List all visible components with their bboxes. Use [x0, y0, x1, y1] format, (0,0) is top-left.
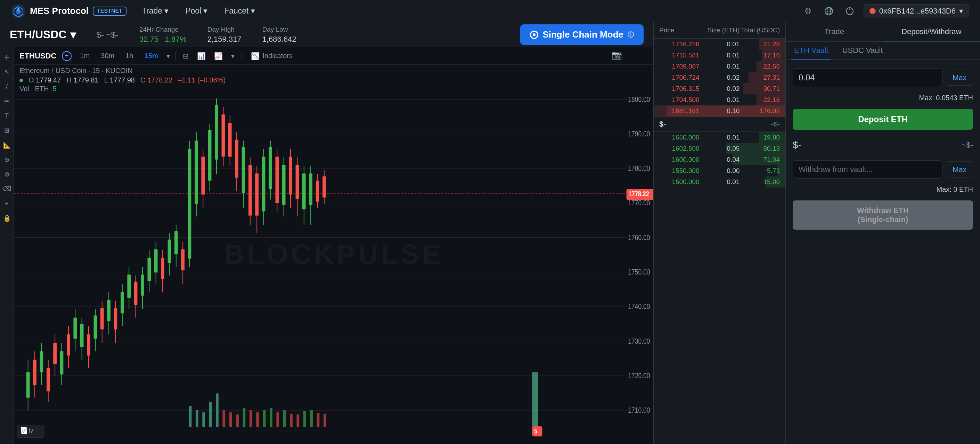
- right-panel-tabs: Trade Deposit/Withdraw: [786, 22, 980, 42]
- line-tool[interactable]: /: [1, 81, 13, 93]
- cursor-tool[interactable]: ↖: [1, 66, 13, 78]
- bid-row-4[interactable]: 1500.000 0.01 15.00: [654, 176, 785, 188]
- crosshair-tool[interactable]: ✛: [1, 51, 13, 63]
- timeframe-30m[interactable]: 30m: [98, 50, 117, 61]
- svg-text:1800.00: 1800.00: [628, 95, 650, 103]
- ask-row-2[interactable]: 1709.087 0.01 22.56: [654, 61, 785, 72]
- wallet-button[interactable]: 0x6FB142...e59343D6 ▾: [864, 4, 969, 18]
- measure-tool[interactable]: 📐: [1, 139, 13, 151]
- svg-rect-33: [53, 343, 57, 364]
- svg-rect-63: [154, 249, 158, 273]
- svg-rect-37: [67, 334, 70, 356]
- withdraw-eth-button[interactable]: Withdraw ETH(Single-chain): [793, 200, 973, 230]
- ask-row-3[interactable]: 1706.724 0.02 27.31: [654, 72, 785, 83]
- bid-row-2[interactable]: 1600.000 0.04 71.04: [654, 154, 785, 165]
- single-chain-button[interactable]: Single Chain Mode ⓘ: [520, 24, 644, 45]
- ask-row-6-highlight[interactable]: 1681.161 0.10 176.02: [654, 105, 785, 117]
- svg-rect-94: [189, 406, 192, 427]
- svg-rect-131: [303, 411, 306, 427]
- svg-rect-95: [196, 410, 199, 427]
- indicators-button[interactable]: 📉 Indicators: [247, 50, 296, 62]
- ask-row-4[interactable]: 1706.315 0.02 30.71: [654, 83, 785, 94]
- vault-tab-usdc[interactable]: USDC Vault: [840, 42, 886, 59]
- zoom-tool[interactable]: ⊕: [1, 154, 13, 166]
- svg-rect-102: [243, 408, 246, 427]
- bid-row-1[interactable]: 1602.500 0.05 80.13: [654, 143, 785, 154]
- svg-rect-93: [255, 173, 259, 216]
- nav-trade[interactable]: Trade ▾: [140, 3, 170, 18]
- ticker-bar: ETH/USDC ▾ $- ~$- 24Hr Change 32.75 1.87…: [0, 22, 653, 47]
- svg-rect-135: [532, 372, 538, 427]
- price-divider-row: $- ~$-: [793, 137, 973, 153]
- ohlc-status-dot: [19, 79, 23, 82]
- testnet-badge: TESTNET: [93, 6, 127, 16]
- screenshot-button[interactable]: 📷: [612, 50, 622, 60]
- eraser-tool[interactable]: ⌫: [1, 183, 13, 195]
- right-panel: Trade Deposit/Withdraw ETH Vault USDC Va…: [785, 22, 980, 444]
- deposit-max-button[interactable]: Max: [946, 70, 973, 86]
- chart-full-title: Ethereum / USD Coin · 15 · KUCOIN: [19, 67, 226, 75]
- svg-rect-120: [309, 173, 312, 205]
- wallet-address: 0x6FB142...e59343D6: [879, 6, 956, 16]
- svg-point-10: [831, 8, 832, 9]
- info-icon: ⓘ: [628, 30, 634, 39]
- zoom-in-tool[interactable]: +: [1, 198, 13, 209]
- vol-info: Vol · ETH 5: [19, 85, 226, 93]
- chart-canvas-area[interactable]: BLOCKPULSE: [14, 65, 653, 444]
- nav-pool[interactable]: Pool ▾: [184, 3, 209, 18]
- globe-icon[interactable]: [822, 4, 836, 18]
- bid-row-3[interactable]: 1550.000 0.00 5.73: [654, 165, 785, 176]
- pattern-tool[interactable]: ⊞: [1, 125, 13, 136]
- tab-deposit-withdraw[interactable]: Deposit/Withdraw: [883, 22, 980, 42]
- logo-area: MES Protocol TESTNET: [11, 4, 127, 18]
- refresh-icon[interactable]: [843, 4, 857, 18]
- chart-type-bars[interactable]: ⊟: [181, 50, 190, 62]
- chart-type-candles[interactable]: 📊: [196, 50, 207, 62]
- bid-row-0[interactable]: 1650.000 0.01 19.80: [654, 132, 785, 143]
- orderbook-rows: 1716.226 0.01 21.28 1715.581 0.01 17.16 …: [654, 38, 785, 444]
- timeframe-15m[interactable]: 15m: [142, 50, 161, 61]
- svg-rect-3: [18, 8, 19, 11]
- vault-tab-eth[interactable]: ETH Vault: [791, 42, 831, 59]
- ohlc-open: O 1779.47: [29, 76, 61, 84]
- draw-tool[interactable]: ✏: [1, 95, 13, 107]
- magnet-tool[interactable]: ⊗: [1, 168, 13, 180]
- timeframe-dropdown[interactable]: ▾: [167, 52, 170, 60]
- svg-rect-67: [168, 240, 171, 263]
- nav-faucet[interactable]: Faucet ▾: [223, 3, 256, 18]
- chart-type-dropdown[interactable]: ▾: [230, 50, 236, 62]
- pair-selector[interactable]: ETH/USDC ▾: [10, 28, 76, 42]
- svg-text:1740.00: 1740.00: [628, 302, 650, 311]
- ask-row-5[interactable]: 1704.500 0.01 22.16: [654, 94, 785, 105]
- deposit-eth-button[interactable]: Deposit ETH: [793, 109, 973, 130]
- chart-svg: 1800.00 1790.00 1780.00 1770.00 1760.00 …: [14, 65, 653, 444]
- main-container: ETH/USDC ▾ $- ~$- 24Hr Change 32.75 1.87…: [0, 22, 980, 444]
- lock-tool[interactable]: 🔒: [1, 212, 13, 224]
- withdraw-max-button[interactable]: Max: [946, 161, 973, 177]
- svg-rect-55: [127, 275, 130, 298]
- chart-container: ✛ ↖ / ✏ T ⊞ 📐 ⊕ ⊗ ⌫ + 🔒 ETHUSDC + 1m 30: [0, 47, 653, 444]
- svg-rect-49: [107, 300, 110, 321]
- withdraw-amount-input[interactable]: [793, 160, 942, 179]
- vault-price-display: $-: [793, 139, 801, 151]
- svg-rect-59: [141, 275, 144, 296]
- ask-row-0[interactable]: 1716.226 0.01 21.28: [654, 38, 785, 50]
- svg-rect-124: [323, 176, 326, 198]
- timeframe-1m[interactable]: 1m: [77, 50, 92, 61]
- timeframe-1h[interactable]: 1h: [123, 50, 136, 61]
- deposit-amount-input[interactable]: [793, 68, 942, 87]
- svg-rect-118: [302, 173, 306, 209]
- text-tool[interactable]: T: [1, 110, 13, 122]
- chart-add-button[interactable]: +: [62, 51, 72, 61]
- chart-type-line[interactable]: 📈: [213, 50, 224, 62]
- svg-rect-35: [60, 351, 64, 375]
- svg-text:1720.00: 1720.00: [628, 371, 650, 380]
- logo-icon: [11, 4, 26, 18]
- settings-icon[interactable]: ⚙: [801, 4, 815, 18]
- ask-row-1[interactable]: 1715.581 0.01 17.16: [654, 50, 785, 61]
- ticker-day-low: Day Low 1,686.642: [262, 26, 296, 44]
- svg-rect-103: [250, 410, 252, 427]
- svg-text:1760.00: 1760.00: [628, 233, 650, 241]
- svg-rect-87: [235, 140, 239, 178]
- tab-trade[interactable]: Trade: [786, 22, 883, 42]
